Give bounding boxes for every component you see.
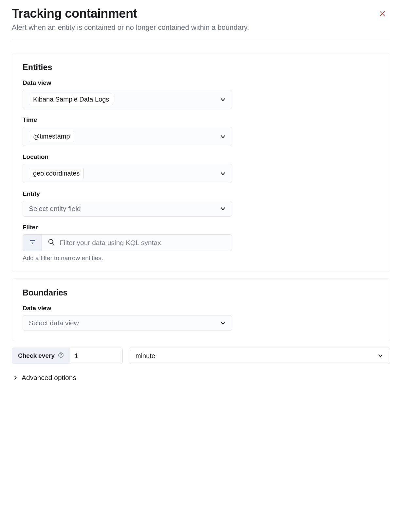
- interval-value-input[interactable]: [70, 348, 122, 364]
- filter-input-container[interactable]: [42, 234, 232, 251]
- boundaries-data-view-label: Data view: [23, 305, 379, 312]
- check-every-label: Check every: [12, 348, 70, 364]
- interval-unit-select[interactable]: minute: [129, 348, 390, 364]
- filter-icon: [29, 240, 35, 246]
- chevron-down-icon: [220, 171, 226, 177]
- entity-label: Entity: [23, 190, 379, 198]
- entities-panel: Entities Data view Kibana Sample Data Lo…: [12, 53, 390, 272]
- entity-placeholder: Select entity field: [29, 205, 81, 213]
- boundaries-data-view-select[interactable]: Select data view: [23, 315, 232, 331]
- interval-unit-value: minute: [136, 352, 155, 360]
- header-divider: [12, 41, 390, 41]
- svg-line-6: [52, 243, 54, 245]
- advanced-options-label: Advanced options: [22, 374, 76, 382]
- boundaries-section-title: Boundaries: [23, 288, 379, 297]
- entities-section-title: Entities: [23, 63, 379, 72]
- chevron-down-icon: [220, 206, 226, 212]
- close-icon: [379, 10, 386, 17]
- data-view-label: Data view: [23, 79, 379, 86]
- entities-data-view-select[interactable]: Kibana Sample Data Logs: [23, 90, 232, 109]
- advanced-options-toggle[interactable]: Advanced options: [12, 372, 390, 384]
- search-icon: [48, 238, 55, 247]
- entities-time-select[interactable]: @timestamp: [23, 127, 232, 146]
- page-title: Tracking containment: [12, 7, 137, 21]
- close-button[interactable]: [377, 9, 388, 19]
- chevron-right-icon: [13, 374, 18, 382]
- boundaries-panel: Boundaries Data view Select data view: [12, 278, 390, 341]
- boundaries-data-view-placeholder: Select data view: [29, 319, 79, 327]
- check-every-group: Check every: [12, 348, 123, 364]
- filter-label: Filter: [23, 224, 379, 231]
- entities-location-select[interactable]: geo.coordinates: [23, 164, 232, 183]
- entities-entity-select[interactable]: Select entity field: [23, 201, 232, 217]
- filter-help-text: Add a filter to narrow entities.: [23, 255, 379, 262]
- svg-point-8: [61, 356, 61, 356]
- time-label: Time: [23, 116, 379, 124]
- chevron-down-icon: [377, 353, 383, 359]
- page-subtitle: Alert when an entity is contained or no …: [12, 23, 390, 32]
- help-icon[interactable]: [58, 352, 64, 360]
- location-label: Location: [23, 153, 379, 161]
- filter-kql-input[interactable]: [60, 239, 226, 247]
- time-value-chip: @timestamp: [29, 131, 74, 142]
- schedule-row: Check every minute: [12, 348, 390, 364]
- filter-options-button[interactable]: [23, 234, 42, 251]
- location-value-chip: geo.coordinates: [29, 168, 84, 179]
- data-view-value-chip: Kibana Sample Data Logs: [29, 94, 113, 105]
- chevron-down-icon: [220, 134, 226, 140]
- chevron-down-icon: [220, 97, 226, 103]
- check-every-label-text: Check every: [18, 352, 55, 359]
- chevron-down-icon: [220, 320, 226, 326]
- svg-point-5: [49, 239, 53, 244]
